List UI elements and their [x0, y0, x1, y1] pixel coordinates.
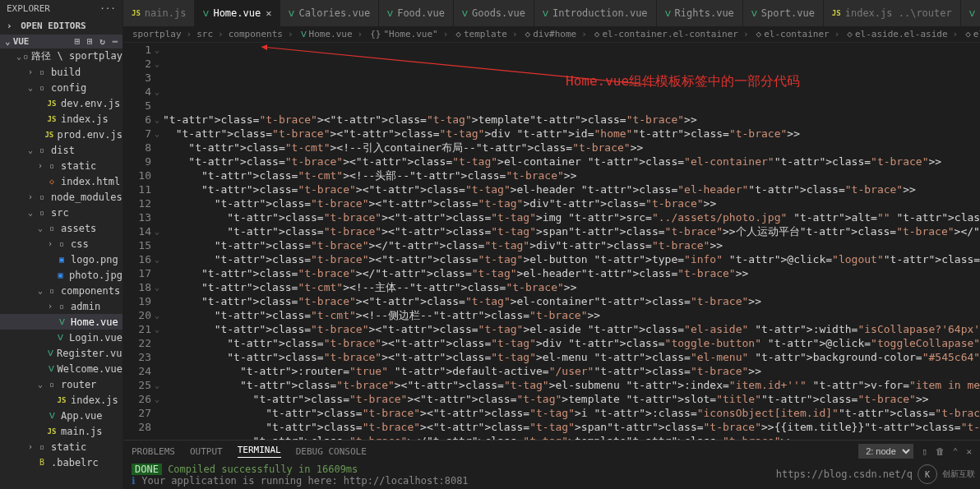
- tree-file[interactable]: ⅤLogin.vue: [0, 330, 122, 345]
- code-line[interactable]: "t-attr">class="t-brace"><"t-attr">class…: [163, 127, 980, 141]
- tree-file[interactable]: ⅤWelcome.vue: [0, 361, 122, 376]
- code-line[interactable]: "t-attr">class="t-brace"><"t-attr">class…: [163, 210, 980, 224]
- tree-file[interactable]: JSmain.js: [0, 423, 122, 439]
- panel-tab-terminal[interactable]: TERMINAL: [238, 445, 281, 458]
- tree-file[interactable]: ⅤApp.vue: [0, 408, 122, 423]
- line-number[interactable]: 19: [123, 294, 151, 308]
- code-line[interactable]: "t-attr">class="t-brace"><"t-attr">class…: [163, 322, 980, 336]
- code-line[interactable]: "t-attr">class="t-brace"></"t-attr">clas…: [163, 266, 980, 280]
- line-number[interactable]: 9: [123, 155, 151, 168]
- maximize-icon[interactable]: ⌃: [953, 446, 959, 457]
- line-number[interactable]: 28: [123, 420, 151, 434]
- tree-file[interactable]: ◇index.html: [0, 173, 122, 189]
- line-number[interactable]: 14⌄: [123, 224, 151, 238]
- tree-file[interactable]: JSprod.env.js: [0, 127, 122, 142]
- code-line[interactable]: "t-attr">class="t-brace"><"t-attr">class…: [163, 406, 980, 420]
- new-folder-icon[interactable]: ⊞: [87, 36, 93, 47]
- breadcrumb[interactable]: sportplay›src›components›ⅤHome.vue›{}"Ho…: [123, 26, 980, 43]
- panel-tab-debug[interactable]: DEBUG CONSOLE: [296, 446, 367, 457]
- tree-folder[interactable]: ›▫static: [0, 158, 122, 173]
- tree-file[interactable]: ▣photo.jpg: [0, 267, 122, 283]
- breadcrumb-item[interactable]: ◇el-container.el-container: [592, 29, 738, 39]
- close-panel-icon[interactable]: ✕: [966, 446, 972, 457]
- code-line[interactable]: "t-attr">class="t-brace"><"t-attr">class…: [163, 378, 980, 392]
- line-number[interactable]: 11: [123, 182, 151, 196]
- panel-tab-output[interactable]: OUTPUT: [190, 446, 223, 457]
- code-line[interactable]: "t-attr">class="t-brace"></"t-attr">clas…: [163, 238, 980, 252]
- tree-folder[interactable]: ⌄▫router: [0, 376, 122, 392]
- fold-icon[interactable]: ⌄: [155, 57, 159, 71]
- breadcrumb-item[interactable]: {}"Home.vue": [368, 29, 437, 39]
- editor-tab[interactable]: ⅤSport.vue: [743, 0, 824, 26]
- tree-file[interactable]: JSdev.env.js: [0, 95, 122, 111]
- code-line[interactable]: "t-attr">class="t-brace"><"t-attr">class…: [163, 113, 980, 127]
- line-number[interactable]: 20⌄: [123, 308, 151, 322]
- line-number[interactable]: 2⌄: [123, 57, 151, 71]
- line-number[interactable]: 6⌄: [123, 113, 151, 127]
- code-line[interactable]: "t-attr">class="t-brace"><"t-attr">class…: [163, 252, 980, 266]
- tree-file[interactable]: JSindex.js: [0, 111, 122, 127]
- line-number[interactable]: 21⌄: [123, 322, 151, 336]
- fold-icon[interactable]: ⌄: [155, 113, 159, 127]
- line-number[interactable]: 18⌄: [123, 280, 151, 294]
- fold-icon[interactable]: ⌄: [155, 308, 159, 322]
- line-number[interactable]: 15: [123, 238, 151, 252]
- new-file-icon[interactable]: ⊞: [75, 36, 81, 47]
- editor[interactable]: 1⌄2⌄34⌄56⌄7⌄891011121314⌄1516⌄1718⌄1920⌄…: [123, 43, 980, 440]
- code-content[interactable]: Home.vue组件模板标签中的一部分代码 "t-attr">class="t-…: [163, 43, 980, 440]
- breadcrumb-item[interactable]: ◇el-container: [754, 29, 830, 39]
- terminal-output[interactable]: DONE Compiled successfully in 16609ms ℹ …: [123, 462, 980, 488]
- open-editors-section[interactable]: › OPEN EDITORS: [0, 17, 122, 35]
- code-line[interactable]: "t-attr">class="t-brace"><"t-attr">class…: [163, 182, 980, 196]
- kill-terminal-icon[interactable]: 🗑: [936, 446, 945, 457]
- editor-tab[interactable]: ⅤLog: [961, 0, 980, 26]
- fold-icon[interactable]: ⌄: [155, 224, 159, 238]
- editor-tab[interactable]: ⅤRights.vue: [657, 0, 743, 26]
- editor-tab[interactable]: ⅤIntroduction.vue: [534, 0, 657, 26]
- breadcrumb-item[interactable]: ◇el-aside.el-aside: [844, 29, 947, 39]
- tree-file[interactable]: B.babelrc: [0, 454, 122, 470]
- line-number[interactable]: 16⌄: [123, 252, 151, 266]
- line-number[interactable]: 4⌄: [123, 85, 151, 99]
- editor-tab[interactable]: ⅤCalories.vue: [280, 0, 379, 26]
- editor-tab[interactable]: JSindex.js ..\router: [824, 0, 961, 26]
- code-line[interactable]: "t-attr">class="t-brace"><"t-attr">class…: [163, 350, 980, 364]
- tree-file[interactable]: ⅤRegister.vue: [0, 345, 122, 361]
- editor-tab[interactable]: ⅤGoods.vue: [454, 0, 534, 26]
- breadcrumb-item[interactable]: src: [196, 29, 213, 39]
- tree-folder[interactable]: ⌄▫路径 \ sportplay: [0, 48, 122, 64]
- tree-folder[interactable]: ›▫css: [0, 236, 122, 251]
- code-line[interactable]: "t-attr">class="t-brace"><"t-attr">class…: [163, 420, 980, 434]
- code-line[interactable]: "t-attr">class="t-brace"><"t-attr">class…: [163, 155, 980, 168]
- line-number[interactable]: 1⌄: [123, 43, 151, 57]
- line-number[interactable]: 26⌄: [123, 392, 151, 406]
- code-line[interactable]: "t-attr">class="t-brace"></"t-attr">clas…: [163, 434, 980, 440]
- code-line[interactable]: "t-attr">:router="true" "t-attr">default…: [163, 364, 980, 378]
- tree-file[interactable]: ▣logo.png: [0, 251, 122, 267]
- tree-folder[interactable]: ⌄▫config: [0, 80, 122, 95]
- editor-tab[interactable]: ⅤFood.vue: [379, 0, 454, 26]
- panel-tab-problems[interactable]: PROBLEMS: [132, 446, 175, 457]
- line-number[interactable]: 8: [123, 141, 151, 155]
- fold-icon[interactable]: ⌄: [155, 252, 159, 266]
- fold-icon[interactable]: ⌄: [155, 322, 159, 336]
- breadcrumb-item[interactable]: components: [229, 29, 283, 39]
- split-terminal-icon[interactable]: ▯: [922, 446, 927, 457]
- line-number[interactable]: 12: [123, 196, 151, 210]
- collapse-icon[interactable]: ⋯: [112, 36, 118, 47]
- code-line[interactable]: "t-attr">class="t-cmt"><!--引入container布局…: [163, 141, 980, 155]
- line-number[interactable]: 24: [123, 364, 151, 378]
- tree-folder[interactable]: ⌄▫components: [0, 283, 122, 298]
- fold-icon[interactable]: ⌄: [155, 43, 159, 57]
- line-number[interactable]: 10: [123, 168, 151, 182]
- line-number[interactable]: 13: [123, 210, 151, 224]
- line-number[interactable]: 17: [123, 266, 151, 280]
- breadcrumb-item[interactable]: ⅤHome.vue: [298, 29, 353, 39]
- close-icon[interactable]: ✕: [266, 7, 271, 19]
- project-header[interactable]: ⌄VUE ⊞ ⊞ ↻ ⋯: [0, 35, 122, 48]
- tree-folder[interactable]: ⌄▫dist: [0, 142, 122, 158]
- refresh-icon[interactable]: ↻: [99, 36, 105, 47]
- breadcrumb-item[interactable]: sportplay: [132, 29, 182, 39]
- terminal-selector[interactable]: 2: node: [858, 444, 913, 459]
- tree-folder[interactable]: ⌄▫assets: [0, 220, 122, 236]
